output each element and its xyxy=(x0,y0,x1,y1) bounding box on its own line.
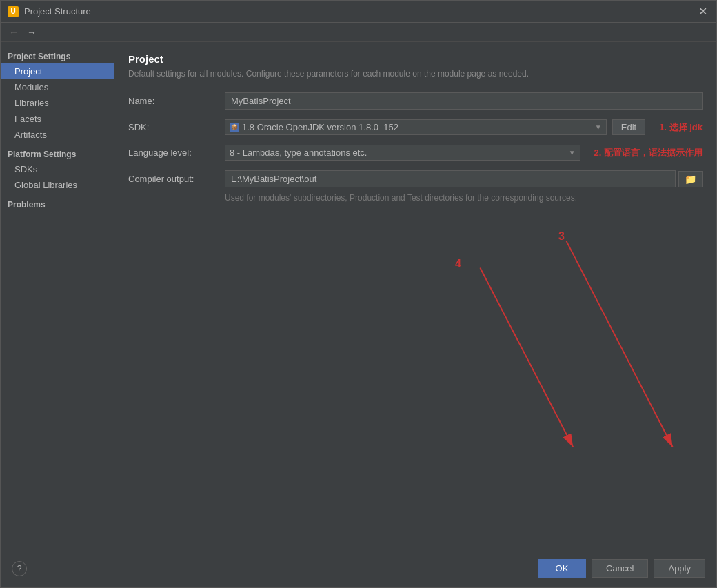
name-field-wrapper xyxy=(225,92,703,110)
compiler-output-row: Compiler output: 📁 xyxy=(128,170,703,187)
project-structure-dialog: U Project Structure ✕ ← → Project Settin… xyxy=(0,0,717,588)
sdk-dropdown-arrow: ▼ xyxy=(595,123,602,131)
dialog-title: Project Structure xyxy=(24,6,91,17)
svg-line-1 xyxy=(480,267,573,447)
nav-bar: ← → xyxy=(1,23,716,42)
compiler-output-hint: Used for modules' subdirectories, Produc… xyxy=(225,193,703,203)
close-button[interactable]: ✕ xyxy=(696,5,709,19)
sidebar-item-modules[interactable]: Modules xyxy=(1,79,114,95)
title-bar: U Project Structure ✕ xyxy=(1,1,716,23)
annotation-3: 3 xyxy=(558,230,565,243)
content-title: Project xyxy=(128,53,703,65)
sidebar-item-project[interactable]: Project xyxy=(1,63,114,79)
name-input[interactable] xyxy=(225,92,703,110)
bottom-actions: OK Cancel Apply xyxy=(538,559,705,578)
lang-row-inner: 8 - Lambdas, type annotations etc. ▼ 2. … xyxy=(225,145,703,161)
name-label: Name: xyxy=(128,96,225,106)
name-row: Name: xyxy=(128,92,703,110)
cancel-button[interactable]: Cancel xyxy=(592,559,648,578)
sidebar-item-global-libraries[interactable]: Global Libraries xyxy=(1,177,114,193)
platform-settings-label: Platform Settings xyxy=(1,143,114,161)
sidebar-item-artifacts[interactable]: Artifacts xyxy=(1,127,114,143)
sidebar-item-facets[interactable]: Facets xyxy=(1,111,114,127)
folder-browse-button[interactable]: 📁 xyxy=(678,171,703,187)
sdk-row-inner: 📦 1.8 Oracle OpenJDK version 1.8.0_152 ▼… xyxy=(225,119,703,135)
sdk-dropdown[interactable]: 📦 1.8 Oracle OpenJDK version 1.8.0_152 ▼ xyxy=(225,119,607,135)
compiler-output-label: Compiler output: xyxy=(128,174,225,184)
help-button[interactable]: ? xyxy=(12,561,27,576)
sdk-value: 1.8 Oracle OpenJDK version 1.8.0_152 xyxy=(242,122,592,132)
forward-arrow[interactable]: → xyxy=(24,26,39,39)
language-annotation: 2. 配置语言，语法据示作用 xyxy=(594,147,703,159)
sdk-annotation: 1. 选择 jdk xyxy=(659,121,703,134)
sdk-control: 📦 1.8 Oracle OpenJDK version 1.8.0_152 ▼… xyxy=(225,119,703,135)
sdk-row: SDK: 📦 1.8 Oracle OpenJDK version 1.8.0_… xyxy=(128,119,703,135)
apply-button[interactable]: Apply xyxy=(654,559,705,578)
bottom-bar: ? OK Cancel Apply xyxy=(1,549,716,587)
language-level-label: Language level: xyxy=(128,148,225,158)
sdk-icon: 📦 xyxy=(230,123,239,132)
compiler-output-control: 📁 xyxy=(225,170,703,187)
svg-line-0 xyxy=(567,241,673,447)
language-dropdown[interactable]: 8 - Lambdas, type annotations etc. ▼ xyxy=(225,145,580,161)
sidebar-item-sdks[interactable]: SDKs xyxy=(1,161,114,177)
sidebar-item-libraries[interactable]: Libraries xyxy=(1,95,114,111)
sdk-label: SDK: xyxy=(128,122,225,132)
sdk-edit-button[interactable]: Edit xyxy=(612,119,645,135)
title-bar-left: U Project Structure xyxy=(8,6,91,17)
main-body: Project Settings Project Modules Librari… xyxy=(1,42,716,549)
compiler-output-input[interactable] xyxy=(225,170,676,187)
language-level-row: Language level: 8 - Lambdas, type annota… xyxy=(128,145,703,161)
language-dropdown-arrow: ▼ xyxy=(569,149,576,156)
output-row-inner: 📁 xyxy=(225,170,703,187)
ok-button[interactable]: OK xyxy=(538,559,586,578)
annotations-area: 3 4 xyxy=(128,216,703,478)
content-subtitle: Default settings for all modules. Config… xyxy=(128,69,703,79)
back-arrow[interactable]: ← xyxy=(6,26,21,39)
annotation-4: 4 xyxy=(455,258,461,270)
project-settings-label: Project Settings xyxy=(1,48,114,63)
problems-label: Problems xyxy=(1,193,114,212)
sidebar: Project Settings Project Modules Librari… xyxy=(1,42,114,549)
language-level-control: 8 - Lambdas, type annotations etc. ▼ 2. … xyxy=(225,145,703,161)
arrows-svg xyxy=(128,216,703,478)
language-value: 8 - Lambdas, type annotations etc. xyxy=(230,148,566,158)
content-area: Project Default settings for all modules… xyxy=(114,42,716,549)
app-icon: U xyxy=(8,6,19,17)
